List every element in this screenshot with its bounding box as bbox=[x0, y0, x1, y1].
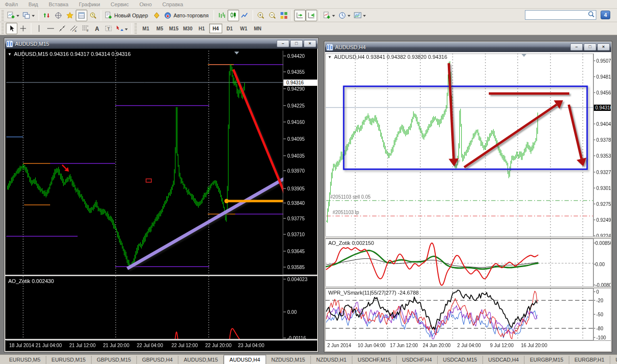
metaeditor-button[interactable] bbox=[151, 10, 162, 21]
strategy-tester-button[interactable] bbox=[87, 10, 99, 21]
menu-item-2[interactable]: Вставка bbox=[49, 1, 68, 7]
zoom-out-button[interactable] bbox=[267, 10, 278, 21]
timeframe-h4[interactable]: H4 bbox=[209, 24, 222, 33]
tab-nzdusd-m15[interactable]: NZDUSD,M15 bbox=[266, 356, 311, 364]
panel-splitter[interactable] bbox=[325, 287, 611, 288]
tab-eurgbp-m15[interactable]: EURGBP,M15 bbox=[524, 356, 569, 364]
profiles-icon bbox=[23, 12, 30, 19]
cursor-tool-button[interactable] bbox=[6, 23, 17, 34]
tab-nzdusd-h1[interactable]: NZDUSD,H1 bbox=[311, 356, 352, 364]
tab-usdchf-h4[interactable]: USDCHF,H4 bbox=[397, 356, 438, 364]
timeframe-h1[interactable]: H1 bbox=[195, 24, 208, 33]
menu-item-4[interactable]: Сервис bbox=[111, 1, 129, 7]
tab-audusd-h4[interactable]: AUDUSD,H4 bbox=[224, 355, 266, 364]
timeframe-m1[interactable]: M1 bbox=[139, 24, 152, 33]
crosshair-tool-button[interactable] bbox=[17, 23, 29, 34]
mql-community-button[interactable]: 4 bbox=[601, 11, 610, 19]
new-order-button[interactable]: Новый Ордер bbox=[103, 10, 151, 21]
price-axis[interactable] bbox=[283, 51, 317, 339]
menu-item-3[interactable]: Графики bbox=[79, 1, 100, 7]
toolbar-grip[interactable] bbox=[1, 10, 4, 21]
cursor-icon bbox=[8, 25, 15, 32]
menu-item-1[interactable]: Вид bbox=[28, 1, 38, 7]
new-order-icon bbox=[105, 12, 112, 19]
tab-eurusd-m5[interactable]: EURUSD,M5 bbox=[4, 356, 46, 364]
panel-splitter[interactable] bbox=[5, 275, 317, 276]
market-watch-button[interactable] bbox=[41, 10, 53, 21]
close-button[interactable]: × bbox=[304, 40, 316, 47]
window-titlebar[interactable]: AUDUSD,H4 – □ × bbox=[325, 42, 611, 52]
tile-windows-button[interactable] bbox=[278, 10, 290, 21]
tab-audusd-m15[interactable]: AUDUSD,M15 bbox=[178, 356, 224, 364]
search-input[interactable] bbox=[525, 10, 596, 20]
chart-window-icon bbox=[6, 40, 13, 47]
price-axis[interactable] bbox=[593, 54, 611, 340]
price-chart-canvas[interactable] bbox=[325, 54, 593, 237]
timeframe-m30[interactable]: M30 bbox=[181, 24, 194, 33]
toolbar-grip[interactable] bbox=[134, 23, 137, 34]
timeframe-m15[interactable]: M15 bbox=[167, 24, 180, 33]
maximize-button[interactable]: □ bbox=[290, 40, 303, 47]
close-button[interactable]: × bbox=[597, 43, 610, 51]
tab-eurusd-m15[interactable]: EURUSD,M15 bbox=[46, 356, 92, 364]
tab-usdjpy-m15[interactable]: USDJPY,M15 bbox=[610, 356, 617, 364]
timeframe-w1[interactable]: W1 bbox=[237, 24, 250, 33]
new-chart-button[interactable] bbox=[6, 10, 21, 21]
time-axis[interactable] bbox=[325, 340, 611, 351]
tab-usdcad-h4[interactable]: USDCAD,H4 bbox=[483, 356, 525, 364]
tabs-holder: EURUSD,M5EURUSD,M15GBPUSD,M15GBPUSD,H4AU… bbox=[4, 355, 617, 364]
templates-button[interactable] bbox=[352, 10, 368, 21]
ao-indicator-canvas[interactable] bbox=[325, 239, 593, 287]
tab-gbpusd-h4[interactable]: GBPUSD,H4 bbox=[137, 356, 179, 364]
autotrading-button[interactable]: Авто-торговля bbox=[162, 10, 212, 21]
text-label-tool-button[interactable]: T bbox=[103, 23, 114, 34]
indicator-canvas[interactable] bbox=[6, 276, 283, 339]
navigator-button[interactable] bbox=[53, 10, 64, 21]
channel-tool-button[interactable]: E bbox=[68, 23, 80, 34]
chevron-down-icon bbox=[363, 15, 366, 18]
panel-splitter[interactable] bbox=[5, 339, 317, 340]
zoom-in-button[interactable] bbox=[255, 10, 267, 21]
timeframe-d1[interactable]: D1 bbox=[223, 24, 236, 33]
fibonacci-tool-button[interactable]: F bbox=[80, 23, 91, 34]
tab-usdcad-m15[interactable]: USDCAD,M15 bbox=[438, 356, 483, 364]
trendline-tool-button[interactable] bbox=[56, 23, 68, 34]
indicators-button[interactable] bbox=[322, 10, 337, 21]
window-titlebar[interactable]: AUDUSD,M15 – □ × bbox=[5, 39, 318, 49]
auto-scroll-button[interactable] bbox=[294, 10, 306, 21]
tab-eurgbp-h1[interactable]: EURGBP,H1 bbox=[569, 356, 610, 364]
metatrader-app: ФайлВидВставкаГрафикиСервисОкноСправка Н… bbox=[0, 0, 617, 364]
tab-gbpusd-m15[interactable]: GBPUSD,M15 bbox=[92, 356, 137, 364]
toolbar-grip[interactable] bbox=[1, 23, 4, 34]
search-icon[interactable] bbox=[588, 11, 595, 20]
periods-button[interactable] bbox=[337, 10, 352, 21]
maximize-button[interactable]: □ bbox=[584, 43, 596, 51]
line-chart-button[interactable] bbox=[239, 10, 251, 21]
favorites-button[interactable] bbox=[64, 10, 76, 21]
minimize-button[interactable]: – bbox=[277, 40, 289, 47]
time-axis[interactable] bbox=[6, 340, 317, 351]
panel-splitter[interactable] bbox=[325, 237, 611, 239]
line-chart-icon bbox=[241, 12, 249, 19]
minimize-button[interactable]: – bbox=[570, 43, 583, 51]
menu-item-6[interactable]: Справка bbox=[162, 1, 183, 7]
timeframe-m5[interactable]: M5 bbox=[153, 24, 166, 33]
menu-item-5[interactable]: Окно bbox=[139, 1, 152, 7]
chart-window-audusd-m15[interactable]: AUDUSD,M15 – □ × ▼ AUDUSD,M15 0.94316 0.… bbox=[4, 38, 319, 352]
bar-chart-button[interactable] bbox=[216, 10, 228, 21]
price-chart-canvas[interactable] bbox=[6, 51, 283, 275]
horizontal-line-tool-button[interactable] bbox=[45, 23, 56, 34]
arrows-tool-button[interactable] bbox=[114, 23, 130, 34]
wpr-indicator-canvas[interactable] bbox=[325, 288, 593, 340]
vertical-line-tool-button[interactable] bbox=[33, 23, 45, 34]
menu-item-0[interactable]: Файл bbox=[5, 1, 18, 7]
text-tool-button[interactable]: A bbox=[91, 23, 103, 34]
chart-shift-button[interactable] bbox=[306, 10, 317, 21]
chart-window-audusd-h4[interactable]: AUDUSD,H4 – □ × ▼ AUDUSD,H4 0.93841 0.94… bbox=[324, 41, 612, 352]
tab-usdchf-m15[interactable]: USDCHF,M15 bbox=[352, 356, 397, 364]
timeframe-mn[interactable]: MN bbox=[251, 24, 264, 33]
candlestick-chart-button[interactable] bbox=[228, 10, 239, 21]
zoom-out-icon bbox=[268, 12, 276, 19]
profiles-button[interactable] bbox=[21, 10, 37, 21]
data-window-button[interactable] bbox=[76, 10, 87, 21]
